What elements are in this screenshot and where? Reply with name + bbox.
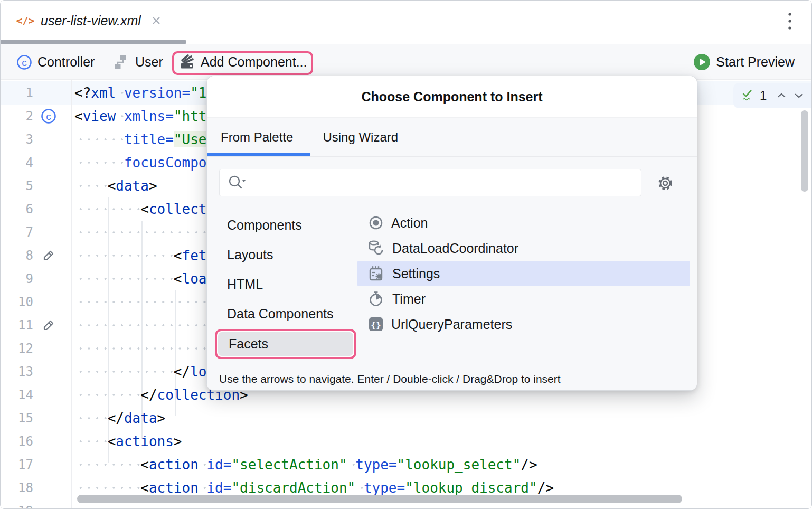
svg-text:c: c xyxy=(46,111,51,122)
controller-icon: c xyxy=(16,54,32,70)
gear-icon[interactable] xyxy=(655,173,676,194)
popup-tab-using-wizard[interactable]: Using Wizard xyxy=(323,130,398,145)
line-number: 4 xyxy=(1,155,33,170)
gutter-line: 14 xyxy=(1,383,71,407)
timer-icon xyxy=(368,290,385,307)
palette-icon xyxy=(178,54,195,71)
component-search-field[interactable] xyxy=(219,169,641,196)
chevron-down-icon[interactable] xyxy=(794,91,804,100)
gutter-line: 11 xyxy=(1,314,71,337)
play-icon xyxy=(693,53,711,71)
search-input[interactable] xyxy=(249,169,641,196)
dataload-coordinator-icon xyxy=(368,240,385,257)
more-options-icon[interactable] xyxy=(783,11,797,31)
pencil-icon xyxy=(41,317,56,333)
tab-strip-scrollbar[interactable] xyxy=(1,40,186,44)
component-item-timer[interactable]: Timer xyxy=(357,286,690,312)
add-component-label: Add Component... xyxy=(201,54,307,70)
svg-text:c: c xyxy=(22,57,27,68)
component-item-urlqueryparameters[interactable]: {} UrlQueryParameters xyxy=(357,312,690,337)
gutter-line: 3 xyxy=(1,128,71,151)
line-number: 7 xyxy=(1,225,33,240)
action-icon xyxy=(368,215,384,231)
gutter-lines: 12 c 345678 91011 1213141516171819 xyxy=(1,81,71,509)
popup-tab-from-palette[interactable]: From Palette xyxy=(221,130,293,145)
add-component-button[interactable]: Add Component... xyxy=(178,44,307,80)
line-number: 15 xyxy=(1,411,33,426)
gutter-line: 12 xyxy=(1,337,71,360)
category-item-facets[interactable]: Facets xyxy=(218,332,353,356)
line-number: 8 xyxy=(1,248,33,263)
line-number: 19 xyxy=(1,504,33,509)
popup-footer: Use the arrows to navigate. Enter / Doub… xyxy=(207,367,697,390)
line-number: 3 xyxy=(1,132,33,147)
close-icon[interactable] xyxy=(150,15,162,26)
start-preview-label: Start Preview xyxy=(716,54,795,70)
gutter-line: 9 xyxy=(1,267,71,290)
code-line[interactable]: <actions> xyxy=(74,430,554,453)
line-number: 11 xyxy=(1,318,33,333)
gutter-line: 6 xyxy=(1,197,71,221)
gutter-line: 17 xyxy=(1,453,71,476)
hierarchy-icon xyxy=(114,54,130,70)
code-line[interactable]: <action id="selectAction" type="lookup_s… xyxy=(74,453,554,476)
gutter-line: 4 xyxy=(1,151,71,174)
line-number: 1 xyxy=(1,86,33,100)
editor-tab-bar: </> user-list-view.xml xyxy=(1,1,811,41)
component-label: Action xyxy=(391,215,428,231)
edit-gutter-icon[interactable] xyxy=(41,248,56,263)
xml-file-icon: </> xyxy=(16,13,34,29)
gutter-line: 8 xyxy=(1,244,71,267)
start-preview-button[interactable]: Start Preview xyxy=(693,44,795,80)
inspections-widget[interactable]: 1 xyxy=(733,83,812,108)
controller-gutter-icon[interactable]: c xyxy=(41,108,56,124)
line-number: 13 xyxy=(1,364,33,379)
component-label: DataLoadCoordinator xyxy=(392,241,518,256)
line-number: 10 xyxy=(1,295,33,309)
annotation-facets: Facets xyxy=(215,329,356,359)
line-number: 9 xyxy=(1,271,33,286)
controller-label: Controller xyxy=(37,54,95,70)
component-item-action[interactable]: Action xyxy=(357,210,690,235)
component-label: Settings xyxy=(392,266,440,281)
horizontal-scrollbar[interactable] xyxy=(77,495,682,503)
category-item-layouts[interactable]: Layouts xyxy=(207,240,357,269)
controller-button[interactable]: c Controller xyxy=(16,44,95,80)
vertical-scrollbar[interactable] xyxy=(801,110,808,192)
active-tab-underline xyxy=(207,153,310,156)
category-item-components[interactable]: Components xyxy=(207,210,357,240)
popup-title: Choose Component to Insert xyxy=(361,89,542,105)
line-number: 14 xyxy=(1,388,33,402)
category-list: ComponentsLayoutsHTMLData ComponentsFace… xyxy=(207,210,357,359)
navigation-hint: Use the arrows to navigate. Enter / Doub… xyxy=(207,367,697,390)
popup-header: Choose Component to Insert xyxy=(207,76,697,118)
component-list: Action DataLoadCoordinator Settings Time… xyxy=(357,210,690,337)
component-item-dataloadcoordinator[interactable]: DataLoadCoordinator xyxy=(357,235,690,261)
inspection-check-icon xyxy=(742,88,753,103)
line-number: 12 xyxy=(1,341,33,356)
category-item-data-components[interactable]: Data Components xyxy=(207,299,357,328)
search-icon[interactable] xyxy=(227,174,247,192)
gutter-line: 18 xyxy=(1,476,71,499)
line-number: 5 xyxy=(1,178,33,193)
gutter-line: 5 xyxy=(1,174,71,197)
gutter-line: 2 c xyxy=(1,105,71,128)
chevron-up-icon[interactable] xyxy=(776,91,787,100)
gutter-line: 13 xyxy=(1,360,71,383)
line-number: 6 xyxy=(1,202,33,216)
edit-gutter-icon[interactable] xyxy=(41,317,56,333)
popup-body: ComponentsLayoutsHTMLData ComponentsFace… xyxy=(207,157,697,367)
user-button[interactable]: User xyxy=(114,44,163,80)
component-item-settings[interactable]: Settings xyxy=(357,261,690,286)
tab-user-list-view[interactable]: </> user-list-view.xml xyxy=(12,1,166,41)
gutter-separator xyxy=(71,80,72,509)
controller-icon: c xyxy=(41,108,56,124)
settings-icon xyxy=(368,265,385,282)
category-item-html[interactable]: HTML xyxy=(207,269,357,299)
line-number: 2 xyxy=(1,109,33,124)
pencil-icon xyxy=(41,248,56,263)
code-line[interactable]: </data> xyxy=(74,407,554,430)
line-number: 18 xyxy=(1,480,33,495)
svg-text:</>: </> xyxy=(16,15,34,26)
gutter-line: 15 xyxy=(1,407,71,430)
